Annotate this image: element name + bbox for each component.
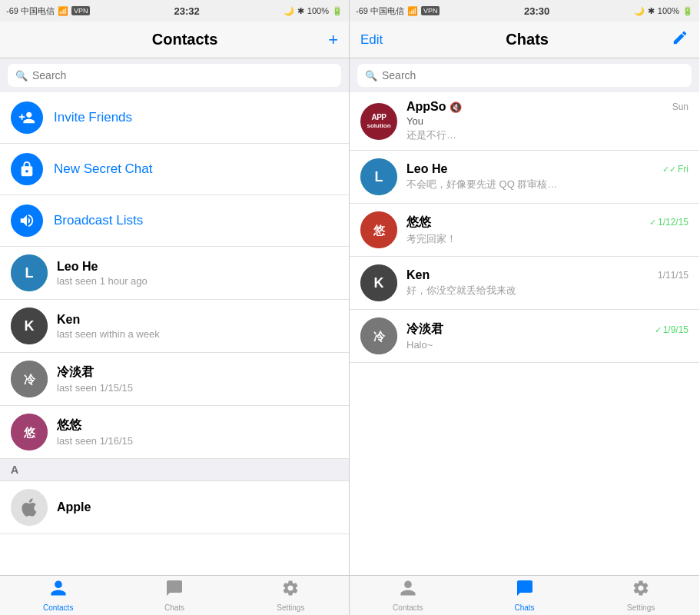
add-contact-button[interactable]: + <box>328 30 338 50</box>
nav-title-left: Contacts <box>152 31 218 48</box>
settings-tab-icon-right <box>632 579 650 602</box>
chat-youyou[interactable]: 悠 悠悠 ✓1/12/15 考完回家！ <box>350 204 699 257</box>
contact-sub-youyou: last seen 1/16/15 <box>57 435 338 447</box>
svg-text:悠: 悠 <box>23 426 36 439</box>
chat-preview-appso: You <box>406 115 688 127</box>
svg-text:冷: 冷 <box>24 373 36 386</box>
tab-label-contacts-right: Contacts <box>393 603 423 612</box>
tab-settings-left[interactable]: Settings <box>233 576 349 615</box>
chat-name-row-youyou: 悠悠 ✓1/12/15 <box>406 214 688 231</box>
tab-settings-right[interactable]: Settings <box>582 576 699 615</box>
contact-lengdan[interactable]: 冷 冷淡君 last seen 1/15/15 <box>0 353 349 406</box>
moon-icon-left: 🌙 <box>284 6 294 16</box>
search-input-right[interactable] <box>382 69 684 81</box>
contact-info-ken: Ken last seen within a week <box>57 313 338 340</box>
invite-friends-icon <box>11 101 43 134</box>
battery-icon-left: 🔋 <box>332 6 343 16</box>
contact-name-lengdan: 冷淡君 <box>57 364 338 381</box>
broadcast-lists-icon <box>11 204 43 237</box>
contacts-scroll: Invite Friends New Secret Chat Broadcast… <box>0 92 349 575</box>
chat-name-lengdan: 冷淡君 <box>406 321 443 337</box>
chat-preview-youyou: 考完回家！ <box>406 232 688 246</box>
chat-info-appso: AppSo 🔇 Sun You 还是不行… <box>406 100 688 142</box>
search-icon-left: 🔍 <box>15 70 28 81</box>
contact-name-youyou: 悠悠 <box>57 417 338 434</box>
chat-preview-leo-he: 不会吧，好像要先进 QQ 群审核… <box>406 178 688 191</box>
battery-left: 100% <box>307 6 329 15</box>
wifi-icon-left: 📶 <box>58 6 68 16</box>
time-left: 23:32 <box>174 5 200 17</box>
tab-label-chats-right: Chats <box>514 603 534 612</box>
chat-name-row-leo-he: Leo He ✓✓Fri <box>406 162 688 176</box>
tab-bar-right: Contacts Chats Settings <box>350 575 699 615</box>
svg-text:冷: 冷 <box>373 330 386 343</box>
tab-contacts-right[interactable]: Contacts <box>350 576 466 615</box>
chat-time-ken: 1/11/15 <box>658 270 688 281</box>
mute-icon-appso: 🔇 <box>450 101 462 113</box>
broadcast-lists-item[interactable]: Broadcast Lists <box>0 195 349 247</box>
vpn-badge-right: VPN <box>421 6 440 15</box>
search-container-right: 🔍 <box>357 64 692 87</box>
new-secret-chat-label: New Secret Chat <box>54 161 153 177</box>
vpn-badge-left: VPN <box>71 6 91 15</box>
chat-name-row-lengdan: 冷淡君 ✓1/9/15 <box>406 321 688 337</box>
invite-friends-label: Invite Friends <box>54 110 132 125</box>
avatar-apple <box>11 489 48 526</box>
search-input-left[interactable] <box>32 69 333 81</box>
chat-name-appso: AppSo 🔇 <box>406 100 462 114</box>
chat-leo-he[interactable]: L Leo He ✓✓Fri 不会吧，好像要先进 QQ 群审核… <box>350 151 699 204</box>
status-bar-right: -69 中国电信 📶 VPN 23:30 🌙 ✱ 100% 🔋 <box>350 0 699 22</box>
contacts-tab-icon-left <box>49 579 68 602</box>
search-container-left: 🔍 <box>8 64 341 87</box>
chats-scroll: APP solution AppSo 🔇 Sun You 还是不行… <box>350 92 699 575</box>
nav-bar-left: Contacts + <box>0 22 349 58</box>
chat-preview2-appso: 还是不行… <box>406 128 688 142</box>
broadcast-lists-label: Broadcast Lists <box>54 213 143 228</box>
chat-name-row-ken: Ken 1/11/15 <box>406 268 688 282</box>
tab-chats-left[interactable]: Chats <box>116 576 232 615</box>
tab-bar-left: Contacts Chats Settings <box>0 575 349 615</box>
search-bar-right: 🔍 <box>350 58 699 92</box>
contact-ken[interactable]: K Ken last seen within a week <box>0 300 349 353</box>
invite-friends-item[interactable]: Invite Friends <box>0 92 349 144</box>
search-bar-left: 🔍 <box>0 58 349 92</box>
avatar-youyou-chat: 悠 <box>360 211 397 248</box>
contact-info-apple: Apple <box>57 500 338 514</box>
svg-text:L: L <box>25 265 34 281</box>
tab-label-settings-left: Settings <box>277 603 304 612</box>
contact-leo-he[interactable]: L Leo He last seen 1 hour ago <box>0 247 349 300</box>
bt-icon-right: ✱ <box>648 6 655 16</box>
chat-preview-ken: 好，你没空就丢给我来改 <box>406 284 688 298</box>
signal-right: -69 中国电信 <box>356 5 404 17</box>
chat-info-youyou: 悠悠 ✓1/12/15 考完回家！ <box>406 214 688 246</box>
tab-contacts-left[interactable]: Contacts <box>0 576 116 615</box>
contact-info-leo-he: Leo He last seen 1 hour ago <box>57 260 338 287</box>
new-secret-chat-item[interactable]: New Secret Chat <box>0 144 349 195</box>
chat-info-ken: Ken 1/11/15 好，你没空就丢给我来改 <box>406 268 688 298</box>
chat-time-leo-he: ✓✓Fri <box>662 164 688 175</box>
chat-name-leo-he: Leo He <box>406 162 447 176</box>
contact-sub-ken: last seen within a week <box>57 328 338 340</box>
search-icon-right: 🔍 <box>365 70 377 81</box>
contacts-tab-icon-right <box>399 579 417 602</box>
contact-name-apple: Apple <box>57 500 338 514</box>
chat-appso[interactable]: APP solution AppSo 🔇 Sun You 还是不行… <box>350 92 699 151</box>
new-secret-chat-icon <box>11 153 43 185</box>
svg-text:L: L <box>375 169 383 184</box>
battery-right: 100% <box>658 6 679 15</box>
chat-name-youyou: 悠悠 <box>406 214 431 231</box>
compose-button[interactable] <box>672 29 688 50</box>
contact-apple[interactable]: Apple <box>0 481 349 534</box>
contact-name-leo-he: Leo He <box>57 260 338 274</box>
tab-chats-right[interactable]: Chats <box>466 576 583 615</box>
contact-youyou[interactable]: 悠 悠悠 last seen 1/16/15 <box>0 406 349 459</box>
tab-label-settings-right: Settings <box>627 603 655 612</box>
chat-ken[interactable]: K Ken 1/11/15 好，你没空就丢给我来改 <box>350 257 699 310</box>
settings-tab-icon-left <box>281 579 300 602</box>
edit-button[interactable]: Edit <box>360 32 383 48</box>
tab-label-chats-left: Chats <box>164 603 184 612</box>
avatar-lengdan-chat: 冷 <box>360 317 397 354</box>
chat-lengdan[interactable]: 冷 冷淡君 ✓1/9/15 Halo~ <box>350 310 699 363</box>
svg-text:K: K <box>25 318 35 334</box>
avatar-leo-he: L <box>11 254 48 291</box>
